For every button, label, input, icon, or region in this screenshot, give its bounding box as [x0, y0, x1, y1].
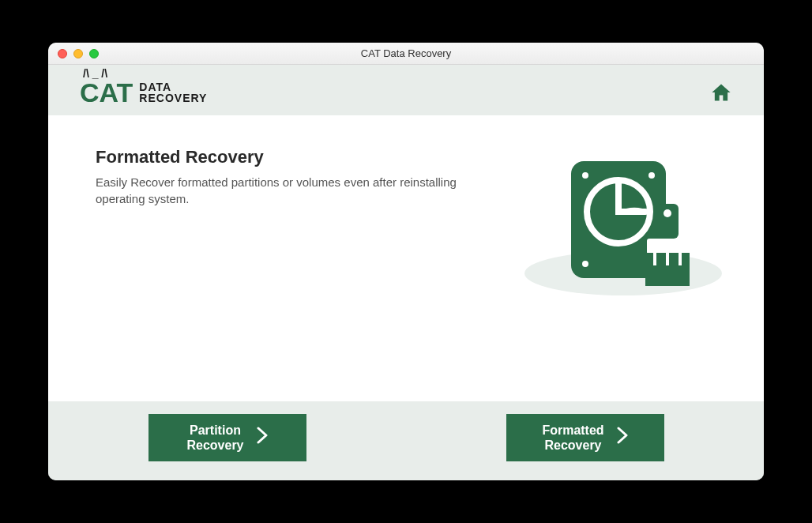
svg-rect-13 — [679, 253, 682, 265]
chevron-right-icon — [617, 427, 628, 449]
window-title: CAT Data Recovery — [361, 47, 451, 59]
svg-point-2 — [582, 172, 588, 179]
svg-rect-11 — [653, 253, 656, 265]
disk-brush-icon — [521, 147, 726, 305]
button-line2: Recovery — [186, 438, 243, 452]
svg-point-4 — [582, 261, 588, 267]
button-line1: Formatted — [542, 423, 603, 437]
logo-subtext: DATA RECOVERY — [139, 81, 207, 103]
close-button[interactable] — [58, 49, 67, 58]
svg-point-3 — [648, 172, 655, 179]
button-label: Formatted Recovery — [542, 423, 603, 453]
button-line1: Partition — [190, 423, 241, 437]
app-logo: /\ _ /\ CAT DATA RECOVERY — [80, 79, 207, 106]
svg-rect-12 — [666, 253, 669, 265]
partition-recovery-button[interactable]: Partition Recovery — [148, 414, 306, 461]
app-window: CAT Data Recovery /\ _ /\ CAT DATA RECOV… — [48, 43, 764, 480]
footer: Partition Recovery Formatted Recovery — [48, 401, 764, 480]
logo-main-text: CAT — [80, 77, 133, 107]
chevron-right-icon — [257, 427, 268, 449]
button-line2: Recovery — [544, 438, 601, 452]
illustration — [521, 147, 726, 305]
maximize-button[interactable] — [89, 49, 99, 58]
minimize-button[interactable] — [73, 49, 83, 58]
text-area: Formatted Recovery Easily Recover format… — [96, 147, 459, 378]
page-description: Easily Recover formatted partitions or v… — [96, 174, 459, 207]
home-button[interactable] — [710, 81, 732, 103]
main-content: Formatted Recovery Easily Recover format… — [48, 115, 764, 401]
formatted-recovery-button[interactable]: Formatted Recovery — [506, 414, 664, 461]
home-icon — [710, 81, 732, 103]
page-title: Formatted Recovery — [96, 147, 459, 167]
svg-rect-9 — [647, 239, 688, 254]
logo-line1: DATA — [139, 81, 207, 92]
logo-line2: RECOVERY — [139, 92, 207, 103]
logo-text-main: /\ _ /\ CAT — [80, 79, 133, 106]
traffic-lights — [48, 49, 99, 58]
cat-ears-icon: /\ _ /\ — [83, 68, 107, 79]
titlebar: CAT Data Recovery — [48, 43, 764, 65]
button-label: Partition Recovery — [186, 423, 243, 453]
svg-rect-7 — [656, 204, 679, 239]
app-header: /\ _ /\ CAT DATA RECOVERY — [48, 65, 764, 115]
svg-point-8 — [664, 209, 671, 217]
